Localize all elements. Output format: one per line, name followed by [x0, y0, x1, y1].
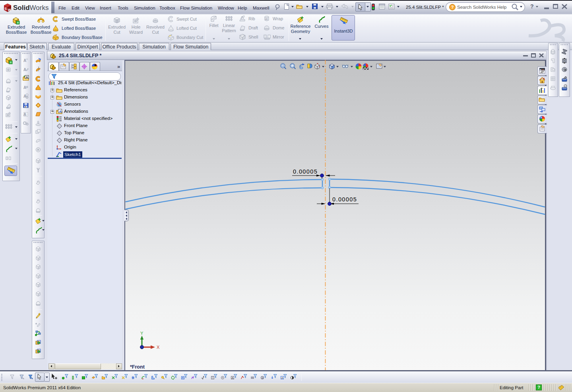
svg-text:A: A	[23, 58, 26, 63]
svg-text:*Front: *Front	[130, 364, 145, 370]
svg-text:Y: Y	[140, 331, 143, 336]
svg-text:0.00005: 0.00005	[293, 168, 318, 175]
svg-text:A: A	[59, 110, 62, 113]
svg-text:W: W	[8, 8, 12, 12]
svg-text:0.00005: 0.00005	[332, 196, 357, 203]
svg-text:A: A	[23, 85, 26, 90]
svg-text:ab: ab	[265, 18, 268, 20]
svg-text:A: A	[232, 377, 234, 379]
svg-text:A: A	[26, 75, 28, 79]
svg-text:A: A	[281, 377, 283, 379]
svg-text:X: X	[157, 345, 160, 350]
svg-text:A: A	[23, 112, 26, 117]
svg-text:?: ?	[451, 5, 454, 10]
svg-text:S: S	[4, 7, 7, 11]
svg-text:A: A	[25, 106, 27, 108]
svg-text:A: A	[23, 68, 26, 72]
